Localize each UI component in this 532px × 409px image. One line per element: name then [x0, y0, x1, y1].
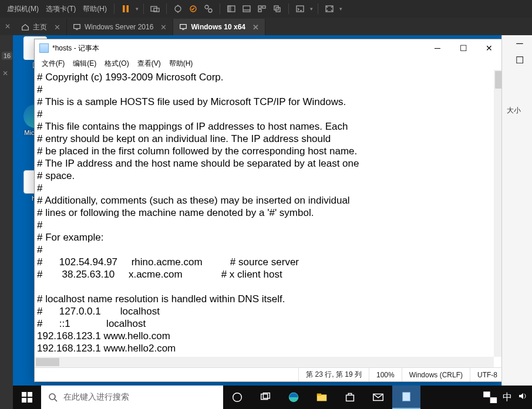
chevron-down-icon[interactable]: ▾: [136, 6, 139, 12]
svg-rect-14: [258, 9, 261, 12]
pause-icon[interactable]: [119, 2, 132, 15]
separator: [143, 4, 144, 14]
taskbar-explorer[interactable]: [308, 386, 336, 409]
status-zoom: 100%: [369, 368, 402, 381]
svg-rect-9: [228, 6, 231, 12]
windows-icon: [22, 392, 32, 403]
chevron-down-icon[interactable]: ▾: [339, 6, 342, 12]
svg-rect-34: [317, 394, 321, 396]
tab-win10[interactable]: Windows 10 x64 ✕: [173, 19, 265, 35]
svg-line-28: [55, 399, 57, 401]
close-icon[interactable]: ✕: [54, 23, 60, 32]
text-content[interactable]: # Copyright (c) 1993-2009 Microsoft Corp…: [35, 70, 494, 357]
menu-help[interactable]: 帮助(H): [80, 4, 109, 14]
separator: [220, 4, 220, 14]
menu-tabs[interactable]: 选项卡(T): [43, 4, 78, 14]
view-single-icon[interactable]: [225, 2, 238, 15]
notepad-menubar: 文件(F) 编辑(E) 格式(O) 查看(V) 帮助(H): [35, 57, 504, 70]
menu-format[interactable]: 格式(O): [101, 58, 132, 69]
separator: [288, 4, 289, 14]
scroll-thumb[interactable]: [36, 358, 59, 366]
svg-rect-10: [243, 6, 250, 12]
titlebar[interactable]: *hosts - 记事本 ─ ☐ ✕: [35, 39, 504, 57]
monitor-icon: [73, 23, 81, 31]
cortana-button[interactable]: [223, 386, 251, 409]
svg-rect-21: [180, 25, 187, 29]
menu-view[interactable]: 查看(V): [134, 58, 164, 69]
svg-rect-13: [262, 6, 265, 8]
separator: [318, 4, 318, 14]
menu-file[interactable]: 文件(F): [38, 58, 68, 69]
svg-rect-26: [28, 398, 32, 403]
tab-label: Windows 10 x64: [191, 23, 245, 31]
svg-rect-24: [28, 392, 32, 397]
search-icon: [48, 393, 58, 402]
panel-size-label: 大小: [502, 103, 526, 118]
search-placeholder: 在此键入进行搜索: [63, 392, 129, 403]
send-keys-icon[interactable]: [149, 2, 161, 15]
tray-ime-icon[interactable]: 中: [503, 391, 512, 404]
statusbar: 第 23 行, 第 19 列 100% Windows (CRLF) UTF-8: [35, 367, 504, 381]
close-panel-icon[interactable]: ✕: [4, 22, 12, 31]
svg-rect-23: [22, 392, 26, 397]
vm-tab-bar: ✕ 主页 ✕ Windows Server 2016 ✕ Windows 10 …: [0, 18, 532, 35]
status-position: 第 23 行, 第 19 列: [298, 368, 369, 381]
svg-point-6: [205, 5, 208, 9]
separator: [114, 4, 115, 14]
close-icon[interactable]: ✕: [160, 23, 167, 32]
close-icon[interactable]: ✕: [252, 23, 259, 32]
minimize-button[interactable]: ─: [425, 40, 450, 56]
tab-home[interactable]: 主页 ✕: [15, 19, 67, 35]
tab-label: 主页: [33, 22, 47, 32]
menu-vm[interactable]: 虚拟机(M): [5, 4, 41, 14]
tab-ws2016[interactable]: Windows Server 2016 ✕: [67, 19, 173, 35]
panel-maximize-button[interactable]: ☐: [507, 52, 532, 68]
tab-label: Windows Server 2016: [85, 23, 153, 31]
taskbar-search[interactable]: 在此键入进行搜索: [41, 386, 223, 409]
view-console-icon[interactable]: [240, 2, 253, 15]
fullscreen-icon[interactable]: [323, 2, 336, 15]
view-thumbnail-icon[interactable]: [255, 2, 268, 15]
snapshot-revert-icon[interactable]: [187, 2, 200, 15]
horizontal-scrollbar[interactable]: [35, 357, 494, 367]
svg-rect-19: [74, 25, 80, 29]
terminal-icon[interactable]: [294, 2, 307, 15]
svg-point-27: [49, 394, 55, 400]
view-unity-icon[interactable]: [271, 2, 284, 15]
taskbar-mail[interactable]: [364, 386, 392, 409]
monitor-icon: [179, 23, 187, 31]
svg-point-29: [233, 393, 242, 402]
taskbar-store[interactable]: [336, 386, 364, 409]
close-button[interactable]: ✕: [476, 40, 502, 56]
panel-minimize-button[interactable]: ─: [507, 35, 532, 52]
editor-area: # Copyright (c) 1993-2009 Microsoft Corp…: [35, 70, 504, 367]
status-eol: Windows (CRLF): [402, 368, 470, 381]
left-badge: 16: [2, 52, 12, 60]
svg-rect-35: [346, 395, 354, 401]
right-side-panel: ─ ☐ 大小: [501, 35, 532, 386]
notepad-icon: [39, 43, 49, 53]
tray-volume-icon[interactable]: [518, 391, 527, 403]
svg-rect-12: [258, 6, 261, 8]
close-icon[interactable]: ✕: [2, 69, 8, 77]
taskbar-notepad[interactable]: [392, 386, 420, 409]
tray-overflow-icon[interactable]: ▀▄: [483, 392, 497, 403]
separator: [166, 4, 167, 14]
notepad-window: *hosts - 记事本 ─ ☐ ✕ 文件(F) 编辑(E) 格式(O) 查看(…: [34, 39, 505, 382]
taskview-button[interactable]: [251, 386, 280, 409]
svg-rect-0: [123, 5, 125, 12]
left-gutter: [0, 35, 13, 409]
menu-edit[interactable]: 编辑(E): [69, 58, 100, 69]
window-title: *hosts - 记事本: [52, 43, 425, 53]
chevron-down-icon[interactable]: ▾: [310, 6, 313, 12]
system-tray[interactable]: ▀▄ 中: [479, 391, 532, 404]
svg-point-7: [208, 9, 212, 12]
snapshot-take-icon[interactable]: [171, 2, 184, 15]
svg-point-4: [175, 6, 181, 12]
maximize-button[interactable]: ☐: [450, 40, 476, 56]
start-button[interactable]: [13, 386, 41, 409]
guest-desktop[interactable]: 回 Micr Ed ho *hosts - 记事本 ─ ☐ ✕ 文件(F) 编辑…: [13, 35, 532, 409]
menu-help[interactable]: 帮助(H): [166, 58, 197, 69]
snapshot-manage-icon[interactable]: [202, 2, 215, 15]
taskbar-edge[interactable]: [280, 386, 308, 409]
